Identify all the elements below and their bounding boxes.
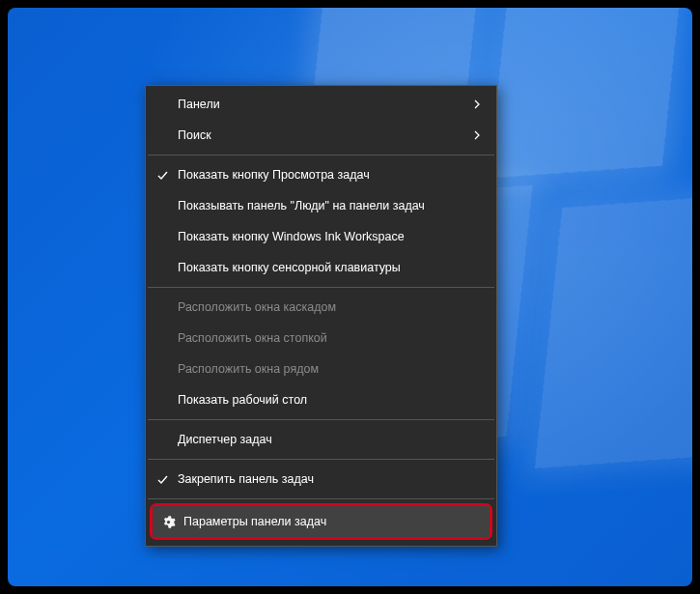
menu-separator xyxy=(148,419,494,420)
menu-item-lock-taskbar[interactable]: Закрепить панель задач xyxy=(147,464,495,495)
svg-point-0 xyxy=(166,520,169,523)
menu-item-show-ink-workspace[interactable]: Показать кнопку Windows Ink Workspace xyxy=(147,221,495,252)
menu-item-taskbar-settings[interactable]: Параметры панели задач xyxy=(153,506,490,537)
menu-item-search[interactable]: Поиск xyxy=(147,120,495,151)
menu-item-show-task-view[interactable]: Показать кнопку Просмотра задач xyxy=(147,159,495,190)
chevron-right-icon xyxy=(472,99,482,109)
menu-item-label: Расположить окна стопкой xyxy=(178,331,327,345)
menu-item-label: Показать рабочий стол xyxy=(178,393,307,407)
desktop-wallpaper: Панели Поиск Показать кнопку Просмотра з… xyxy=(8,8,692,586)
menu-item-show-people[interactable]: Показывать панель "Люди" на панели задач xyxy=(147,190,495,221)
menu-separator xyxy=(148,498,494,499)
menu-item-side-by-side: Расположить окна рядом xyxy=(147,354,495,384)
menu-separator xyxy=(148,287,494,288)
menu-item-label: Показывать панель "Люди" на панели задач xyxy=(178,199,425,212)
check-icon xyxy=(147,169,178,182)
menu-item-label: Параметры панели задач xyxy=(183,515,326,528)
menu-item-label: Расположить окна рядом xyxy=(178,362,319,376)
annotation-highlight: Параметры панели задач xyxy=(150,503,492,540)
menu-item-show-touch-keyboard[interactable]: Показать кнопку сенсорной клавиатуры xyxy=(147,252,495,283)
menu-item-label: Поиск xyxy=(178,128,211,142)
gear-icon xyxy=(153,515,183,529)
menu-separator xyxy=(148,155,494,156)
menu-item-show-desktop[interactable]: Показать рабочий стол xyxy=(147,384,495,415)
menu-item-label: Показать кнопку Просмотра задач xyxy=(178,168,370,182)
check-icon xyxy=(147,473,178,486)
menu-item-cascade-windows: Расположить окна каскадом xyxy=(147,292,495,323)
menu-item-label: Диспетчер задач xyxy=(178,433,272,446)
menu-item-label: Показать кнопку Windows Ink Workspace xyxy=(178,230,405,243)
menu-item-label: Расположить окна каскадом xyxy=(178,300,336,314)
chevron-right-icon xyxy=(472,130,482,140)
menu-item-label: Показать кнопку сенсорной клавиатуры xyxy=(178,261,401,274)
menu-separator xyxy=(148,459,494,460)
menu-item-toolbars[interactable]: Панели xyxy=(147,89,495,120)
menu-item-label: Панели xyxy=(178,98,220,111)
menu-item-stack-windows: Расположить окна стопкой xyxy=(147,323,495,354)
menu-item-label: Закрепить панель задач xyxy=(178,472,314,486)
taskbar-context-menu: Панели Поиск Показать кнопку Просмотра з… xyxy=(145,85,497,547)
menu-item-task-manager[interactable]: Диспетчер задач xyxy=(147,424,495,455)
